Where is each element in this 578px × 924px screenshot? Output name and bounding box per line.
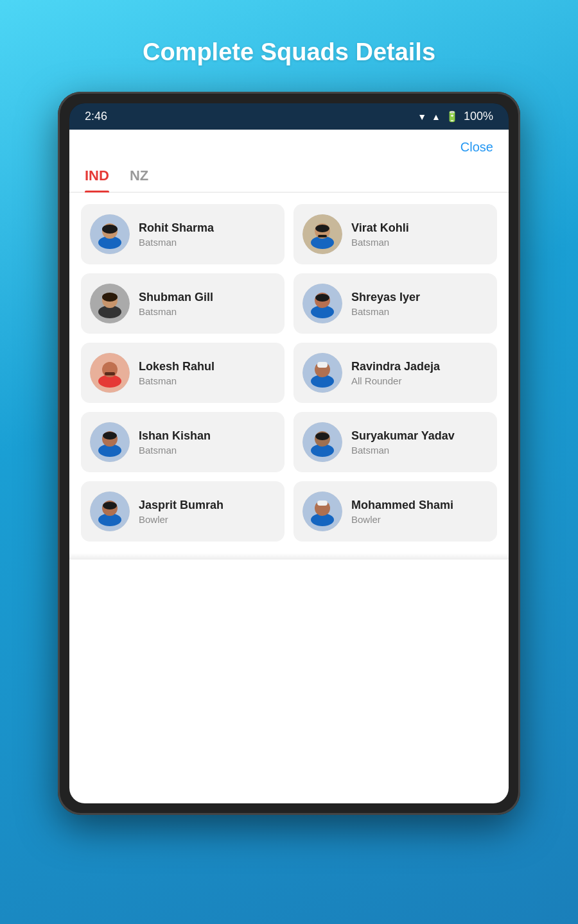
player-info-virat: Virat Kohli Batsman — [351, 221, 409, 248]
tab-bar: IND NZ — [69, 160, 509, 193]
battery-percent: 100% — [464, 110, 493, 123]
player-name: Ravindra Jadeja — [351, 359, 440, 374]
player-info-surya: Suryakumar Yadav Batsman — [351, 429, 455, 456]
player-role: Batsman — [139, 306, 213, 317]
player-card-suryakumar-yadav[interactable]: Suryakumar Yadav Batsman — [293, 412, 497, 472]
avatar-shubman — [90, 284, 130, 323]
avatar-shami — [302, 492, 342, 531]
device-shell: 2:46 100% Close IND NZ — [58, 92, 520, 815]
svg-point-7 — [315, 225, 329, 232]
player-info-jadeja: Ravindra Jadeja All Rounder — [351, 359, 440, 386]
avatar-surya — [302, 422, 342, 462]
svg-point-16 — [315, 294, 329, 302]
svg-point-36 — [103, 502, 117, 509]
battery-icon — [446, 110, 459, 123]
player-name: Ishan Kishan — [139, 429, 211, 443]
player-card-rohit-sharma[interactable]: Rohit Sharma Batsman — [81, 204, 285, 264]
player-name: Shubman Gill — [139, 290, 213, 305]
player-role: Batsman — [351, 445, 455, 456]
player-info-lokesh: Lokesh Rahul Batsman — [139, 359, 215, 386]
player-role: Batsman — [351, 237, 409, 248]
players-grid: Rohit Sharma Batsman — [69, 193, 509, 553]
player-card-ravindra-jadeja[interactable]: Ravindra Jadeja All Rounder — [293, 343, 497, 403]
avatar-shreyas — [302, 284, 342, 323]
close-button[interactable]: Close — [460, 140, 493, 155]
player-info-shubman: Shubman Gill Batsman — [139, 290, 213, 317]
player-role: Bowler — [139, 514, 223, 525]
svg-point-28 — [103, 432, 117, 440]
player-name: Virat Kohli — [351, 221, 409, 235]
status-icons: 100% — [417, 110, 493, 123]
signal-icon — [432, 110, 441, 123]
player-info-shami: Mohammed Shami Bowler — [351, 498, 453, 525]
avatar-lokesh — [90, 353, 130, 393]
player-role: All Rounder — [351, 375, 440, 386]
player-card-ishan-kishan[interactable]: Ishan Kishan Batsman — [81, 412, 285, 472]
player-role: Batsman — [351, 306, 420, 317]
player-info-rohit: Rohit Sharma Batsman — [139, 221, 214, 248]
svg-rect-20 — [105, 372, 115, 375]
status-bar: 2:46 100% — [69, 103, 509, 130]
player-card-mohammed-shami[interactable]: Mohammed Shami Bowler — [293, 481, 497, 542]
player-info-bumrah: Jasprit Bumrah Bowler — [139, 498, 223, 525]
tab-nz[interactable]: NZ — [130, 160, 148, 192]
player-role: Bowler — [351, 514, 453, 525]
player-role: Batsman — [139, 445, 211, 456]
player-card-shubman-gill[interactable]: Shubman Gill Batsman — [81, 273, 285, 334]
avatar-jadeja — [302, 353, 342, 393]
page-title: Complete Squads Details — [143, 38, 435, 66]
svg-point-32 — [315, 432, 329, 440]
wifi-icon — [417, 110, 426, 123]
player-name: Rohit Sharma — [139, 221, 214, 235]
player-name: Suryakumar Yadav — [351, 429, 455, 443]
svg-point-12 — [102, 293, 118, 302]
player-role: Batsman — [139, 237, 214, 248]
svg-rect-24 — [317, 362, 328, 368]
player-card-jasprit-bumrah[interactable]: Jasprit Bumrah Bowler — [81, 481, 285, 542]
avatar-rohit — [90, 214, 130, 254]
player-info-ishan: Ishan Kishan Batsman — [139, 429, 211, 456]
tab-ind[interactable]: IND — [85, 160, 109, 192]
player-name: Lokesh Rahul — [139, 359, 215, 374]
top-bar: Close — [69, 130, 509, 160]
avatar-ishan — [90, 422, 130, 462]
status-time: 2:46 — [85, 110, 107, 123]
device-screen: 2:46 100% Close IND NZ — [69, 103, 509, 803]
scroll-shadow — [69, 553, 509, 560]
svg-rect-8 — [318, 235, 327, 237]
player-name: Jasprit Bumrah — [139, 498, 223, 513]
player-name: Shreyas Iyer — [351, 290, 420, 305]
player-card-lokesh-rahul[interactable]: Lokesh Rahul Batsman — [81, 343, 285, 403]
player-role: Batsman — [139, 375, 215, 386]
player-card-virat-kohli[interactable]: Virat Kohli Batsman — [293, 204, 497, 264]
player-info-shreyas: Shreyas Iyer Batsman — [351, 290, 420, 317]
avatar-bumrah — [90, 492, 130, 531]
player-name: Mohammed Shami — [351, 498, 453, 513]
svg-point-3 — [102, 225, 118, 234]
app-screen: Close IND NZ — [69, 130, 509, 803]
svg-rect-40 — [317, 501, 328, 506]
player-card-shreyas-iyer[interactable]: Shreyas Iyer Batsman — [293, 273, 497, 334]
avatar-virat — [302, 214, 342, 254]
